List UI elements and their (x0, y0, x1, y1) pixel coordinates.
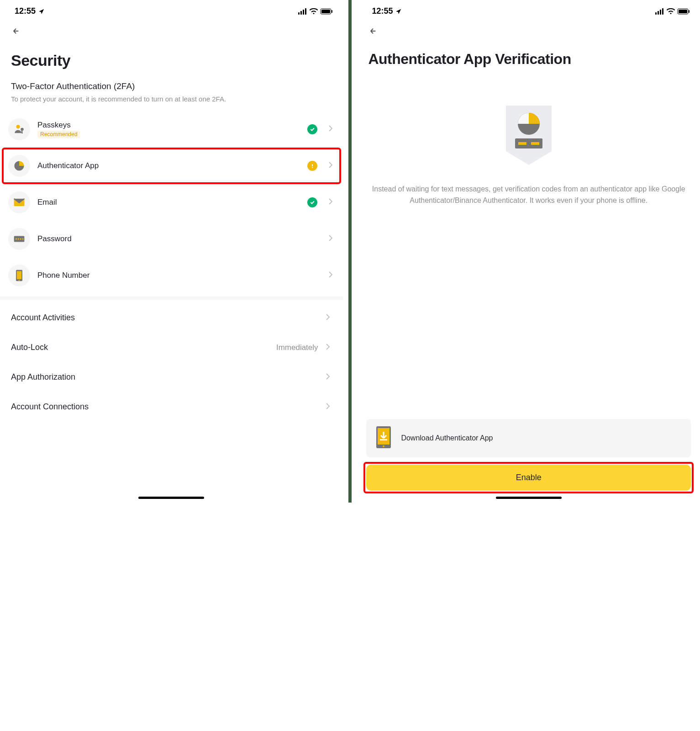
svg-rect-28 (689, 10, 689, 13)
section-divider (0, 297, 343, 300)
svg-point-18 (22, 238, 24, 239)
row-account-connections[interactable]: Account Connections (0, 392, 343, 422)
chevron-right-icon (328, 198, 333, 207)
chevron-right-icon (328, 125, 333, 134)
svg-rect-2 (303, 10, 304, 15)
svg-rect-22 (655, 12, 657, 15)
row-label: Account Activities (11, 313, 322, 323)
download-label: Download Authenticator App (401, 434, 493, 442)
row-label: Password (37, 234, 317, 244)
svg-rect-9 (17, 169, 18, 170)
page-title: Security (0, 41, 343, 74)
row-label: Phone Number (37, 271, 317, 280)
svg-rect-31 (518, 142, 526, 145)
status-warn-icon (307, 161, 317, 171)
password-icon (8, 228, 30, 250)
chevron-right-icon (328, 271, 333, 280)
svg-rect-11 (312, 164, 313, 166)
row-label: Authenticator App (37, 161, 300, 170)
tfa-subheading: To protect your account, it is recommend… (0, 92, 343, 111)
row-auto-lock[interactable]: Auto-Lock Immediately (0, 333, 343, 362)
recommended-badge: Recommended (37, 131, 80, 138)
row-label: Passkeys (37, 121, 300, 130)
svg-rect-1 (300, 11, 302, 15)
row-label: Auto-Lock (11, 343, 276, 352)
location-icon (38, 8, 45, 15)
svg-point-8 (21, 128, 24, 131)
back-button[interactable] (357, 19, 389, 41)
svg-point-36 (383, 445, 384, 447)
row-label: App Authorization (11, 372, 322, 382)
svg-rect-3 (305, 8, 306, 15)
row-phone-number[interactable]: Phone Number (0, 257, 343, 294)
svg-rect-23 (658, 11, 659, 15)
signal-icon (298, 8, 307, 15)
tfa-heading: Two-Factor Authentication (2FA) (0, 74, 343, 92)
home-indicator[interactable] (496, 497, 562, 499)
wifi-icon (667, 8, 675, 15)
svg-rect-35 (380, 439, 387, 440)
row-email[interactable]: Email (0, 184, 343, 221)
status-bar: 12:55 (0, 0, 343, 19)
chevron-right-icon (328, 161, 333, 170)
security-screen: 12:55 Security Two-Factor Authentication… (0, 0, 343, 503)
authenticator-verification-screen: 12:55 Authenticator App Verification Ins… (357, 0, 700, 503)
row-label: Account Connections (11, 402, 322, 412)
row-password[interactable]: Password (0, 221, 343, 257)
svg-rect-32 (531, 142, 539, 145)
signal-icon (655, 8, 664, 15)
authenticator-icon (8, 155, 30, 177)
svg-point-16 (18, 238, 19, 239)
status-check-icon (307, 124, 317, 134)
chevron-right-icon (326, 403, 330, 412)
authenticator-illustration (357, 74, 700, 183)
email-icon (8, 191, 30, 213)
status-time: 12:55 (372, 6, 393, 16)
row-app-authorization[interactable]: App Authorization (0, 362, 343, 392)
row-label: Email (37, 198, 300, 207)
svg-point-17 (20, 238, 21, 239)
chevron-right-icon (326, 373, 330, 382)
row-value: Immediately (276, 343, 318, 352)
chevron-right-icon (326, 313, 330, 323)
svg-rect-0 (298, 12, 300, 15)
row-account-activities[interactable]: Account Activities (0, 303, 343, 333)
status-check-icon (307, 197, 317, 207)
verification-description: Instead of waiting for text messages, ge… (357, 183, 700, 207)
svg-rect-24 (660, 10, 661, 15)
home-indicator[interactable] (138, 497, 204, 499)
wifi-icon (310, 8, 318, 15)
battery-icon (677, 8, 690, 15)
location-icon (395, 8, 402, 15)
svg-rect-6 (332, 10, 332, 13)
chevron-right-icon (328, 234, 333, 244)
status-bar: 12:55 (357, 0, 700, 19)
battery-icon (320, 8, 333, 15)
page-title: Authenticator App Verification (357, 41, 700, 74)
svg-rect-25 (662, 8, 663, 15)
svg-point-7 (16, 125, 20, 128)
passkeys-icon (8, 118, 30, 140)
svg-point-21 (19, 280, 20, 281)
svg-point-15 (16, 238, 17, 239)
svg-rect-20 (17, 271, 22, 279)
download-authenticator-card[interactable]: Download Authenticator App (366, 419, 691, 457)
svg-rect-5 (321, 10, 330, 13)
svg-rect-10 (20, 169, 21, 170)
status-time: 12:55 (15, 6, 36, 16)
svg-rect-27 (679, 10, 687, 13)
phone-icon (8, 265, 30, 286)
download-app-icon (374, 425, 393, 451)
row-passkeys[interactable]: Passkeys Recommended (0, 111, 343, 148)
svg-point-12 (312, 167, 313, 168)
row-authenticator-app[interactable]: Authenticator App (0, 148, 343, 184)
enable-button[interactable]: Enable (366, 465, 691, 491)
back-button[interactable] (0, 19, 32, 41)
chevron-right-icon (326, 343, 330, 352)
